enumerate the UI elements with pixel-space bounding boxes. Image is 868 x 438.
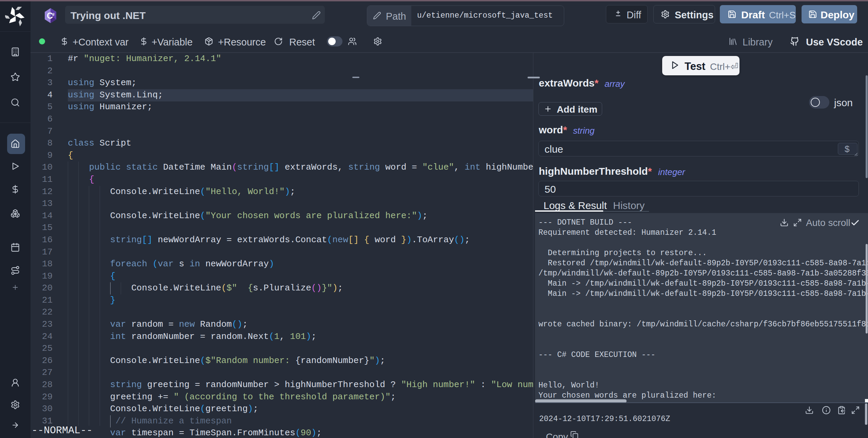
svg-text:#: # (52, 12, 55, 17)
